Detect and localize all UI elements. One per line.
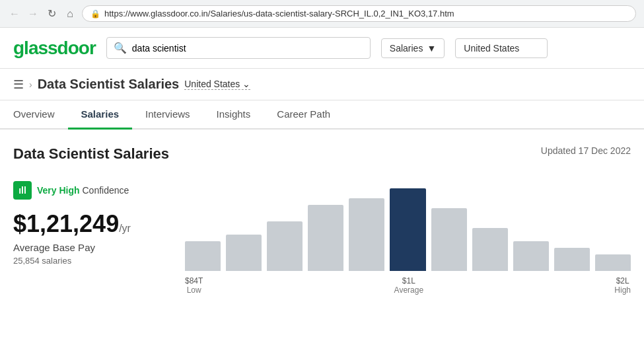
bar-3: [308, 205, 343, 271]
forward-button[interactable]: →: [26, 7, 40, 20]
salary-amount-display: $1,21,249/yr: [13, 210, 145, 238]
confidence-badge: ıll Very High Confidence: [13, 181, 145, 200]
updated-text: Updated 17 Dec 2022: [541, 145, 631, 156]
bar-1: [226, 235, 262, 271]
confidence-icon: ıll: [13, 181, 32, 200]
bar-4: [349, 198, 384, 271]
hamburger-icon[interactable]: ☰: [13, 77, 24, 92]
bar-0: [185, 241, 221, 271]
content-header: Data Scientist Salaries Updated 17 Dec 2…: [13, 145, 631, 163]
chevron-down-icon-breadcrumb: ⌄: [242, 79, 250, 89]
bar-10: [595, 254, 631, 271]
bar-6: [431, 208, 467, 271]
confidence-text: Very High Confidence: [37, 185, 129, 196]
location-value-header: United States: [464, 43, 519, 54]
salary-amount: $1,21,249/yr: [13, 210, 131, 237]
chart-label-average: $1L Average: [394, 276, 423, 295]
chart-label-low: $84T Low: [185, 276, 203, 295]
salary-count: 25,854 salaries: [13, 256, 145, 266]
location-badge[interactable]: United States ⌄: [184, 79, 250, 90]
main-content: Data Scientist Salaries Updated 17 Dec 2…: [0, 130, 644, 311]
glassdoor-logo[interactable]: glassdoor: [13, 38, 96, 59]
url-text: https://www.glassdoor.co.in/Salaries/us-…: [104, 9, 454, 19]
address-bar[interactable]: 🔒 https://www.glassdoor.co.in/Salaries/u…: [82, 5, 636, 22]
confidence-level: Very High: [37, 185, 80, 196]
location-input-header[interactable]: United States: [455, 38, 548, 58]
breadcrumb-arrow-icon: ›: [29, 79, 32, 90]
tabs-nav: Overview Salaries Interviews Insights Ca…: [0, 100, 644, 130]
breadcrumb-area: ☰ › Data Scientist Salaries United State…: [0, 69, 644, 100]
content-title: Data Scientist Salaries: [13, 145, 169, 163]
tab-overview[interactable]: Overview: [13, 100, 68, 130]
refresh-button[interactable]: ↻: [45, 7, 58, 20]
browser-chrome: ← → ↻ ⌂ 🔒 https://www.glassdoor.co.in/Sa…: [0, 0, 644, 28]
salary-unit: /yr: [119, 223, 131, 234]
salary-chart: $84T Low $1L Average $2L High: [185, 181, 631, 295]
bar-8: [513, 241, 549, 271]
salaries-dropdown[interactable]: Salaries ▼: [381, 38, 445, 58]
bar-7: [472, 228, 508, 271]
bar-chart: [185, 181, 631, 274]
bar-2: [267, 221, 303, 271]
back-button[interactable]: ←: [8, 7, 21, 20]
tab-insights[interactable]: Insights: [203, 100, 264, 130]
search-input[interactable]: [132, 43, 363, 54]
chart-label-high: $2L High: [614, 276, 631, 295]
tab-salaries[interactable]: Salaries: [68, 100, 133, 130]
site-header: glassdoor 🔍 Salaries ▼ United States: [0, 28, 644, 69]
tab-career-path[interactable]: Career Path: [264, 100, 343, 130]
salary-info-panel: ıll Very High Confidence $1,21,249/yr Av…: [13, 181, 145, 266]
search-bar[interactable]: 🔍: [106, 37, 371, 59]
search-icon: 🔍: [114, 42, 127, 54]
lock-icon: 🔒: [90, 9, 100, 19]
salary-label: Average Base Pay: [13, 242, 145, 253]
location-badge-text: United States: [184, 79, 240, 89]
bar-5: [390, 188, 425, 271]
chart-labels: $84T Low $1L Average $2L High: [185, 276, 631, 295]
salaries-dropdown-label: Salaries: [390, 43, 423, 54]
page-title: Data Scientist Salaries: [38, 77, 180, 92]
bar-9: [554, 248, 590, 271]
chevron-down-icon: ▼: [427, 43, 436, 54]
salary-section: ıll Very High Confidence $1,21,249/yr Av…: [13, 181, 631, 295]
tab-interviews[interactable]: Interviews: [132, 100, 203, 130]
home-button[interactable]: ⌂: [63, 7, 77, 20]
